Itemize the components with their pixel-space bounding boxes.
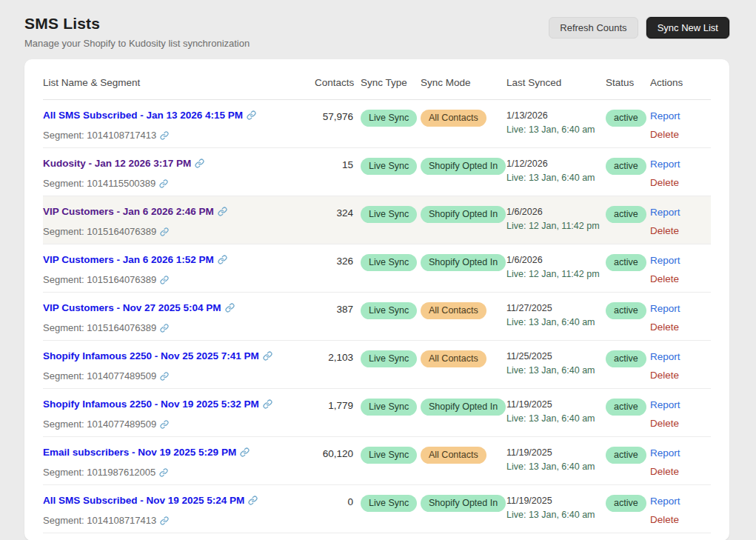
sync-mode-badge: All Contacts [421, 350, 486, 367]
last-synced-date: 1/13/2026 [506, 110, 606, 121]
list-name-link[interactable]: All SMS Subscribed - Nov 19 2025 5:24 PM [43, 495, 244, 506]
segment-prefix: Segment: [43, 467, 87, 478]
segment-id: 1014108717413 [87, 130, 156, 141]
last-synced-live: Live: 13 Jan, 6:40 am [506, 124, 606, 135]
report-link[interactable]: Report [650, 158, 711, 170]
segment-link-icon[interactable] [160, 324, 169, 333]
report-link[interactable]: Report [650, 110, 711, 121]
link-icon[interactable] [240, 447, 250, 457]
last-synced-cell: 1/6/2026 Live: 12 Jan, 11:42 pm [506, 206, 606, 231]
table-row: VIP Customers - Nov 27 2025 5:04 PM Segm… [43, 293, 711, 341]
segment-line: Segment: 1015164076389 [43, 274, 315, 285]
status-badge: active [606, 254, 646, 271]
segment-id: 1014077489509 [87, 370, 156, 381]
last-synced-date: 1/6/2026 [506, 207, 606, 217]
list-name-cell: VIP Customers - Jan 6 2026 2:46 PM Segme… [43, 206, 315, 237]
sync-type-cell: Live Sync [353, 206, 421, 223]
status-cell: active [606, 447, 650, 464]
report-link[interactable]: Report [650, 302, 711, 314]
sync-new-list-button[interactable]: Sync New List [646, 17, 729, 39]
list-name-link[interactable]: VIP Customers - Nov 27 2025 5:04 PM [43, 302, 221, 313]
delete-link[interactable]: Delete [650, 321, 711, 333]
status-cell: active [606, 495, 650, 512]
list-name-line: Shopify Infamous 2250 - Nov 19 2025 5:32… [43, 399, 315, 411]
list-name-link[interactable]: Kudosity - Jan 12 2026 3:17 PM [43, 158, 191, 169]
segment-id: 1015164076389 [87, 226, 156, 237]
segment-link-icon[interactable] [160, 131, 169, 140]
list-name-link[interactable]: VIP Customers - Jan 6 2026 1:52 PM [43, 254, 214, 265]
delete-link[interactable]: Delete [650, 225, 711, 236]
last-synced-live: Live: 13 Jan, 6:40 am [506, 461, 606, 472]
refresh-counts-button[interactable]: Refresh Counts [549, 17, 638, 39]
link-icon[interactable] [218, 207, 227, 216]
list-name-cell: All SMS Subscribed - Jan 13 2026 4:15 PM… [43, 110, 315, 141]
list-name-line: Email subscribers - Nov 19 2025 5:29 PM [43, 447, 315, 459]
list-name-link[interactable]: Shopify Infamous 2250 - Nov 25 2025 7:41… [43, 350, 259, 361]
segment-link-icon[interactable] [159, 179, 168, 188]
segment-link-icon[interactable] [160, 227, 169, 236]
segment-line: Segment: 1011987612005 [43, 467, 315, 478]
segment-link-icon[interactable] [160, 276, 169, 284]
list-name-link[interactable]: Shopify Infamous 2250 - Nov 19 2025 5:32… [43, 399, 259, 410]
link-icon[interactable] [247, 110, 256, 120]
segment-link-icon[interactable] [160, 372, 169, 381]
delete-link[interactable]: Delete [650, 273, 711, 284]
status-badge: active [606, 110, 646, 127]
list-name-link[interactable]: All SMS Subscribed - Jan 13 2026 4:15 PM [43, 110, 243, 121]
sync-type-cell: Live Sync [353, 254, 421, 271]
segment-link-icon[interactable] [159, 468, 168, 477]
sync-type-badge: Live Sync [361, 447, 417, 464]
sync-mode-cell: All Contacts [421, 110, 506, 127]
sync-type-cell: Live Sync [353, 110, 421, 127]
segment-link-icon[interactable] [160, 420, 169, 429]
link-icon[interactable] [248, 496, 258, 505]
report-link[interactable]: Report [650, 495, 711, 507]
segment-prefix: Segment: [43, 370, 87, 381]
report-link[interactable]: Report [650, 254, 711, 266]
last-synced-live: Live: 13 Jan, 6:40 am [506, 317, 606, 327]
segment-line: Segment: 1015164076389 [43, 226, 315, 237]
last-synced-live: Live: 13 Jan, 6:40 am [506, 365, 606, 376]
status-badge: active [606, 206, 646, 223]
delete-link[interactable]: Delete [650, 177, 711, 188]
status-badge: active [606, 158, 646, 175]
segment-id: 1011987612005 [87, 467, 155, 478]
segment-line: Segment: 1014077489509 [43, 419, 315, 430]
list-name-cell: Shopify Infamous 2250 - Nov 25 2025 7:41… [43, 350, 315, 381]
list-name-cell: Kudosity - Jan 12 2026 3:17 PM Segment: … [43, 158, 315, 189]
segment-line: Segment: 1014108717413 [43, 515, 315, 526]
list-name-link[interactable]: Email subscribers - Nov 19 2025 5:29 PM [43, 447, 236, 458]
delete-link[interactable]: Delete [650, 418, 711, 429]
status-cell: active [606, 350, 650, 367]
link-icon[interactable] [218, 255, 227, 264]
delete-link[interactable]: Delete [650, 370, 711, 381]
delete-link[interactable]: Delete [650, 466, 711, 477]
link-icon[interactable] [263, 351, 272, 361]
sync-mode-badge: All Contacts [421, 302, 486, 319]
delete-link[interactable]: Delete [650, 129, 711, 140]
link-icon[interactable] [225, 303, 235, 313]
sync-type-cell: Live Sync [353, 350, 421, 367]
actions-cell: Report Delete [650, 158, 711, 188]
list-name-link[interactable]: VIP Customers - Jan 6 2026 2:46 PM [43, 206, 214, 217]
segment-prefix: Segment: [43, 322, 87, 333]
link-icon[interactable] [263, 399, 272, 409]
sms-lists-card: List Name & Segment Contacts Sync Type S… [24, 59, 729, 540]
report-link[interactable]: Report [650, 350, 711, 362]
segment-line: Segment: 1014115500389 [43, 178, 315, 189]
delete-link[interactable]: Delete [650, 514, 711, 525]
segment-line: Segment: 1014108717413 [43, 130, 315, 141]
report-link[interactable]: Report [650, 447, 711, 459]
last-synced-cell: 11/27/2025 Live: 13 Jan, 6:40 am [506, 302, 606, 327]
list-name-line: VIP Customers - Nov 27 2025 5:04 PM [43, 302, 315, 315]
segment-link-icon[interactable] [160, 516, 169, 525]
report-link[interactable]: Report [650, 399, 711, 410]
status-cell: active [606, 302, 650, 319]
header-buttons: Refresh Counts Sync New List [549, 17, 729, 39]
sync-mode-cell: All Contacts [421, 447, 506, 464]
sync-type-cell: Live Sync [353, 158, 421, 175]
link-icon[interactable] [195, 159, 204, 168]
report-link[interactable]: Report [650, 206, 711, 218]
segment-id: 1014115500389 [87, 178, 155, 189]
table-row: Shopify Infamous 2250 - Nov 25 2025 7:41… [43, 341, 711, 389]
